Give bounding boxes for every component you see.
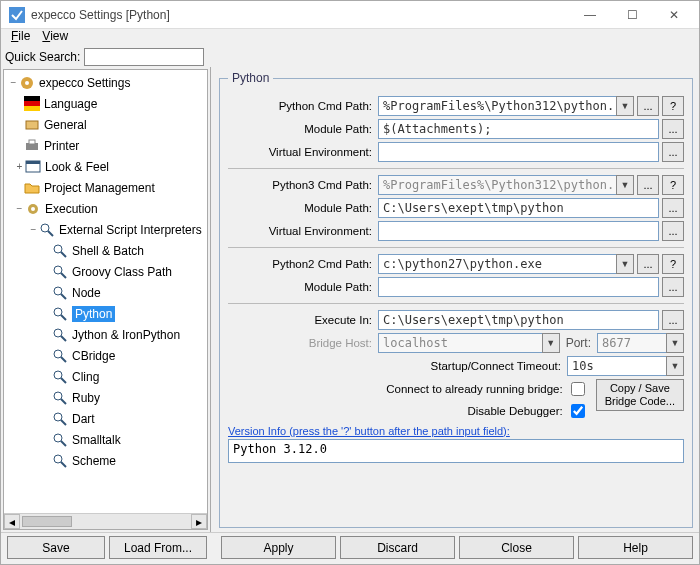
- python2-cmd-label: Python2 Cmd Path:: [228, 258, 378, 270]
- minimize-button[interactable]: —: [569, 1, 611, 29]
- python-cmd-input[interactable]: [378, 96, 617, 116]
- gear-icon: [25, 201, 41, 217]
- timeout-dropdown[interactable]: ▼: [666, 356, 684, 376]
- module-path2-input[interactable]: [378, 277, 659, 297]
- magnifier-icon: [52, 432, 68, 448]
- scroll-right-button[interactable]: ▸: [191, 514, 207, 529]
- magnifier-icon: [52, 264, 68, 280]
- menu-file[interactable]: File: [5, 29, 36, 47]
- tree-item[interactable]: + Look & Feel: [4, 156, 207, 177]
- module-path3-browse[interactable]: ...: [662, 198, 684, 218]
- module-path-input[interactable]: [378, 119, 659, 139]
- help-button[interactable]: Help: [578, 536, 693, 559]
- tree-item-python[interactable]: Python: [4, 303, 207, 324]
- python-cmd-browse[interactable]: ...: [637, 96, 659, 116]
- svg-line-16: [61, 252, 66, 257]
- tree-item[interactable]: Scheme: [4, 450, 207, 471]
- scroll-left-button[interactable]: ◂: [4, 514, 20, 529]
- module-path2-label: Module Path:: [228, 281, 378, 293]
- execute-in-input[interactable]: [378, 310, 659, 330]
- apply-button[interactable]: Apply: [221, 536, 336, 559]
- disable-debugger-checkbox[interactable]: [571, 404, 585, 418]
- port-dropdown[interactable]: ▼: [666, 333, 684, 353]
- tree-item[interactable]: − External Script Interpreters: [4, 219, 207, 240]
- svg-point-33: [54, 434, 62, 442]
- python2-cmd-browse[interactable]: ...: [637, 254, 659, 274]
- python2-cmd-help[interactable]: ?: [662, 254, 684, 274]
- magnifier-icon: [52, 243, 68, 259]
- tree-item[interactable]: Language: [4, 93, 207, 114]
- close-button[interactable]: Close: [459, 536, 574, 559]
- svg-point-35: [54, 455, 62, 463]
- module-path2-browse[interactable]: ...: [662, 277, 684, 297]
- tree-item[interactable]: Node: [4, 282, 207, 303]
- tree-item[interactable]: General: [4, 114, 207, 135]
- tree-item[interactable]: Ruby: [4, 387, 207, 408]
- tree-h-scrollbar[interactable]: ◂ ▸: [4, 513, 207, 529]
- settings-tree[interactable]: − expecco Settings Language General Prin…: [3, 69, 208, 530]
- menu-view[interactable]: View: [36, 29, 74, 47]
- tree-item[interactable]: CBridge: [4, 345, 207, 366]
- printer-icon: [24, 138, 40, 154]
- svg-point-12: [31, 207, 35, 211]
- timeout-input[interactable]: [567, 356, 667, 376]
- venv3-input[interactable]: [378, 221, 659, 241]
- copy-bridge-code-button[interactable]: Copy / Save Bridge Code...: [596, 379, 684, 411]
- close-window-button[interactable]: ✕: [653, 1, 695, 29]
- bridge-host-dropdown[interactable]: ▼: [542, 333, 560, 353]
- connect-existing-checkbox[interactable]: [571, 382, 585, 396]
- svg-line-32: [61, 420, 66, 425]
- scroll-thumb[interactable]: [22, 516, 72, 527]
- folder-icon: [24, 180, 40, 196]
- port-input[interactable]: [597, 333, 667, 353]
- quick-search-input[interactable]: [84, 48, 204, 66]
- execute-in-browse[interactable]: ...: [662, 310, 684, 330]
- separator: [228, 168, 684, 169]
- python3-cmd-dropdown[interactable]: ▼: [616, 175, 634, 195]
- tree-item[interactable]: Printer: [4, 135, 207, 156]
- svg-line-28: [61, 378, 66, 383]
- tree-item[interactable]: Smalltalk: [4, 429, 207, 450]
- tree-item[interactable]: Cling: [4, 366, 207, 387]
- tree-root[interactable]: − expecco Settings: [4, 72, 207, 93]
- venv-browse[interactable]: ...: [662, 142, 684, 162]
- python3-cmd-help[interactable]: ?: [662, 175, 684, 195]
- svg-line-30: [61, 399, 66, 404]
- tree-item[interactable]: Groovy Class Path: [4, 261, 207, 282]
- module-path-browse[interactable]: ...: [662, 119, 684, 139]
- svg-line-14: [48, 231, 53, 236]
- python3-cmd-input[interactable]: [378, 175, 617, 195]
- maximize-button[interactable]: ☐: [611, 1, 653, 29]
- bridge-host-input[interactable]: [378, 333, 543, 353]
- tree-item[interactable]: Project Management: [4, 177, 207, 198]
- scroll-track[interactable]: [20, 514, 191, 529]
- module-path3-input[interactable]: [378, 198, 659, 218]
- menu-bar: File View: [1, 29, 699, 47]
- version-info-box: Python 3.12.0: [228, 439, 684, 463]
- python3-cmd-label: Python3 Cmd Path:: [228, 179, 378, 191]
- tree-item[interactable]: Jython & IronPython: [4, 324, 207, 345]
- load-from-button[interactable]: Load From...: [109, 536, 207, 559]
- execute-in-label: Execute In:: [228, 314, 378, 326]
- tree-item[interactable]: Shell & Batch: [4, 240, 207, 261]
- python2-cmd-input[interactable]: [378, 254, 617, 274]
- magnifier-icon: [52, 390, 68, 406]
- python-cmd-dropdown[interactable]: ▼: [616, 96, 634, 116]
- venv-input[interactable]: [378, 142, 659, 162]
- bridge-host-label: Bridge Host:: [228, 337, 378, 349]
- python-cmd-help[interactable]: ?: [662, 96, 684, 116]
- magnifier-icon: [52, 327, 68, 343]
- discard-button[interactable]: Discard: [340, 536, 455, 559]
- svg-line-34: [61, 441, 66, 446]
- svg-line-18: [61, 273, 66, 278]
- svg-point-2: [25, 81, 29, 85]
- save-button[interactable]: Save: [7, 536, 105, 559]
- window-title: expecco Settings [Python]: [31, 8, 569, 22]
- disable-debugger-label: Disable Debugger:: [467, 405, 568, 417]
- venv3-browse[interactable]: ...: [662, 221, 684, 241]
- tree-item[interactable]: − Execution: [4, 198, 207, 219]
- python2-cmd-dropdown[interactable]: ▼: [616, 254, 634, 274]
- python-cmd-label: Python Cmd Path:: [228, 100, 378, 112]
- python3-cmd-browse[interactable]: ...: [637, 175, 659, 195]
- tree-item[interactable]: Dart: [4, 408, 207, 429]
